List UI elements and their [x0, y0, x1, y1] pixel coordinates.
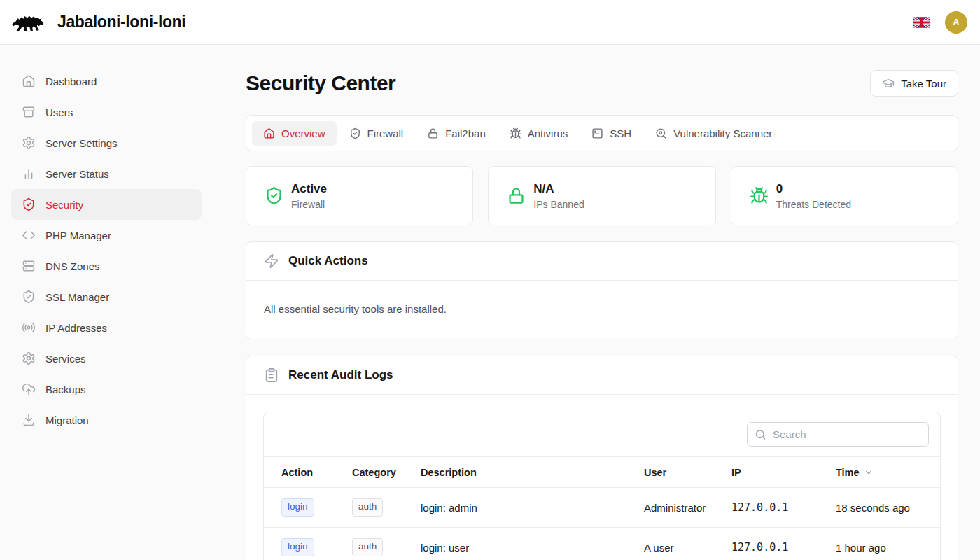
quick-actions-message: All essential security tools are install… [264, 298, 940, 319]
table-header-row: Action Category Description User IP Time [264, 457, 940, 488]
description-cell: login: user [410, 528, 633, 560]
sidebar-item-label: Backups [46, 384, 86, 396]
brand[interactable]: Jabaloni-loni-loni [11, 10, 186, 35]
time-cell: 18 seconds ago [825, 488, 940, 528]
bug-icon [510, 127, 522, 139]
graduation-cap-icon [882, 77, 895, 90]
shield-check-icon [265, 186, 284, 205]
sidebar-item-backups[interactable]: Backups [11, 374, 202, 405]
audit-table: Action Category Description User IP Time [264, 456, 940, 560]
tab-vulnerability-scanner[interactable]: Vulnerability Scanner [644, 121, 783, 146]
terminal-icon [592, 127, 603, 139]
gear-icon [22, 351, 36, 365]
tab-label: Firewall [368, 127, 404, 139]
column-header-action[interactable]: Action [264, 457, 341, 488]
sidebar-item-php-manager[interactable]: PHP Manager [11, 220, 202, 251]
server-icon [22, 259, 36, 273]
bar-chart-icon [22, 167, 36, 181]
sidebar-item-label: SSL Manager [46, 291, 109, 303]
avatar-letter: A [953, 17, 959, 27]
action-badge: login [281, 498, 314, 516]
stat-value: Active [291, 182, 327, 196]
clipboard-list-icon [264, 368, 279, 383]
stat-card-ips-banned: N/A IPs Banned [488, 166, 715, 225]
sidebar-item-ip-addresses[interactable]: IP Addresses [11, 312, 202, 343]
page-title: Security Center [246, 71, 396, 95]
cloud-upload-icon [22, 382, 36, 396]
sidebar-item-ssl-manager[interactable]: SSL Manager [11, 281, 202, 312]
security-tabs: Overview Firewall Fail2ban Antivirus [246, 115, 958, 151]
brand-name: Jabaloni-loni-loni [57, 13, 186, 31]
download-icon [22, 413, 36, 427]
user-cell: A user [633, 528, 720, 560]
sidebar-item-server-status[interactable]: Server Status [11, 158, 202, 189]
time-cell: 1 hour ago [825, 528, 940, 560]
tab-overview[interactable]: Overview [252, 121, 337, 146]
stat-card-threats: 0 Threats Detected [731, 166, 958, 225]
user-cell: Administrator [633, 488, 720, 528]
users-icon [22, 105, 36, 119]
sidebar-item-security[interactable]: Security [11, 189, 202, 220]
search-box [747, 422, 929, 447]
tab-firewall[interactable]: Firewall [338, 121, 415, 146]
sidebar-item-dns-zones[interactable]: DNS Zones [11, 251, 202, 281]
zap-icon [264, 253, 279, 269]
sidebar-item-label: Users [46, 106, 73, 118]
shield-check-icon [349, 127, 361, 139]
category-badge: auth [352, 498, 383, 516]
boar-logo-icon [11, 10, 48, 35]
column-header-description[interactable]: Description [410, 457, 633, 488]
sidebar-item-services[interactable]: Services [11, 343, 202, 374]
gear-icon [22, 136, 36, 150]
sidebar-item-label: Server Settings [46, 137, 118, 149]
tab-label: Fail2ban [445, 127, 486, 139]
sidebar-item-label: Security [46, 199, 83, 211]
sidebar-item-migration[interactable]: Migration [11, 405, 202, 435]
ip-cell: 127.0.0.1 [720, 528, 825, 560]
sidebar-item-label: Services [46, 353, 86, 365]
home-icon [22, 74, 36, 88]
tab-label: Overview [281, 127, 326, 139]
quick-actions-title: Quick Actions [288, 254, 368, 268]
tab-ssh[interactable]: SSH [580, 121, 643, 146]
column-header-time[interactable]: Time [825, 457, 940, 488]
stat-value: N/A [533, 182, 584, 196]
category-badge: auth [352, 538, 383, 556]
sidebar: Dashboard Users Server Settings Server S… [0, 45, 213, 560]
sidebar-item-server-settings[interactable]: Server Settings [11, 127, 202, 158]
tab-label: Vulnerability Scanner [673, 127, 772, 139]
home-icon [263, 127, 275, 139]
stat-label: Threats Detected [776, 199, 851, 210]
ip-cell: 127.0.0.1 [720, 488, 825, 528]
stat-label: Firewall [291, 199, 327, 210]
tab-fail2ban[interactable]: Fail2ban [416, 121, 497, 146]
tab-antivirus[interactable]: Antivirus [498, 121, 580, 146]
stat-card-firewall: Active Firewall [246, 166, 473, 225]
table-row: login auth login: admin Administrator 12… [264, 488, 940, 528]
shield-check-icon [22, 197, 36, 211]
audit-search-input[interactable] [747, 422, 929, 447]
audit-logs-title: Recent Audit Logs [288, 368, 393, 382]
take-tour-label: Take Tour [901, 78, 946, 90]
column-header-ip[interactable]: IP [720, 457, 825, 488]
shield-check-icon [22, 290, 36, 304]
sidebar-item-dashboard[interactable]: Dashboard [11, 66, 202, 97]
chevron-down-icon [864, 468, 874, 477]
sidebar-item-label: PHP Manager [46, 230, 111, 241]
column-header-category[interactable]: Category [341, 457, 410, 488]
language-switcher[interactable] [913, 17, 930, 28]
sidebar-item-label: Server Status [46, 168, 109, 180]
audit-table-card: Action Category Description User IP Time [263, 412, 941, 560]
sidebar-item-label: Dashboard [46, 76, 97, 88]
sidebar-item-users[interactable]: Users [11, 97, 202, 127]
take-tour-button[interactable]: Take Tour [870, 70, 958, 97]
table-row: login auth login: user A user 127.0.0.1 … [264, 528, 940, 560]
column-header-user[interactable]: User [633, 457, 720, 488]
bug-icon [750, 186, 769, 205]
action-badge: login [281, 538, 314, 556]
radio-icon [22, 321, 36, 335]
description-cell: login: admin [410, 488, 633, 528]
user-avatar[interactable]: A [945, 11, 967, 34]
sidebar-item-label: DNS Zones [46, 260, 100, 272]
lock-icon [427, 127, 439, 139]
